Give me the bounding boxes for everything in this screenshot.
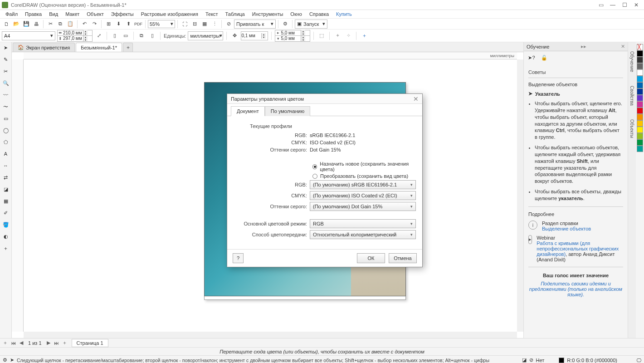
page-width-input[interactable]: ⬌▴▾ [57, 30, 93, 36]
document-palette-hint[interactable]: Перетащите сюда цвета (или объекты), что… [0, 347, 644, 355]
units-combo[interactable]: миллиметры▾ [188, 31, 223, 40]
scrollbar-horizontal[interactable] [24, 332, 517, 338]
color-swatch[interactable] [637, 108, 643, 114]
dialog-titlebar[interactable]: Параметры управления цветом ✕ [227, 94, 422, 104]
search-button[interactable]: ⊞ [104, 20, 113, 29]
fill-indicator-icon[interactable]: ◪ [522, 357, 527, 363]
tool2-button[interactable]: ✧ [344, 31, 353, 40]
snap-to-combo[interactable]: Привязать к▾ [234, 20, 276, 29]
color-swatch[interactable] [637, 114, 643, 120]
eyedropper-tool[interactable]: ✐ [1, 208, 10, 217]
rectangle-tool[interactable]: ▭ [1, 114, 10, 123]
text-tool[interactable]: A [1, 149, 10, 158]
tab-welcome[interactable]: 🏠Экран приветствия [13, 43, 75, 52]
rgb-profile-combo[interactable]: (По умолчанию) sRGB IEC61966-2.1 [310, 180, 416, 189]
close-button[interactable]: ✕ [630, 0, 642, 10]
zoom-combo[interactable]: ▾ [148, 20, 175, 28]
help-button[interactable]: ? [233, 253, 244, 263]
export-button[interactable]: ⬆ [124, 20, 133, 29]
open-button[interactable]: 📂 [12, 20, 21, 29]
sysmenu-icon[interactable]: ▭ [595, 0, 607, 10]
menu-text[interactable]: Текст [202, 10, 222, 18]
publish-pdf-button[interactable]: PDF [134, 20, 143, 29]
dup-x-input[interactable]: ▸▴▾ [275, 30, 310, 36]
docker-tab-properties[interactable]: Свойства [629, 86, 634, 106]
color-swatch[interactable] [637, 57, 643, 63]
gear-icon[interactable]: ⚙ [3, 357, 7, 363]
ruler-horizontal[interactable]: миллиметры [24, 52, 517, 59]
docker-tab-learn[interactable]: Обучение [629, 51, 634, 72]
share-link[interactable]: Поделитесь своими идеями и предложениями… [529, 281, 622, 297]
tab-document[interactable]: Документ [231, 106, 265, 116]
menu-view[interactable]: Вид [45, 10, 62, 18]
radio-assign[interactable]: Назначить новое (сохранить значения цвет… [312, 161, 416, 172]
undo-button[interactable]: ↶ [80, 20, 89, 29]
menu-window[interactable]: Окно [287, 10, 306, 18]
first-page-button[interactable]: ⏮ [10, 340, 16, 346]
paste-button[interactable]: 📋 [66, 20, 75, 29]
fullscreen-button[interactable]: ⛶ [180, 20, 189, 29]
menu-tools[interactable]: Инструменты [249, 10, 287, 18]
proof-colors-icon[interactable]: 🖵 [636, 358, 641, 363]
no-color-swatch[interactable]: ╳ [637, 44, 643, 50]
menu-help[interactable]: Справка [306, 10, 332, 18]
pick-tool[interactable]: ➤ [1, 43, 10, 52]
fill-tool[interactable]: 🪣 [1, 220, 10, 229]
help-link[interactable]: Выделение объектов [542, 226, 591, 231]
add-button[interactable]: ＋ [360, 31, 369, 40]
color-swatch[interactable] [637, 88, 643, 95]
polygon-tool[interactable]: ⬠ [1, 137, 10, 147]
parallel-dim-tool[interactable]: ↔ [1, 161, 10, 170]
auto-fit-button[interactable]: ⤢ [94, 31, 103, 40]
color-swatch[interactable] [637, 133, 643, 139]
docker-tab-objects[interactable]: Объекты [629, 119, 634, 138]
minimize-button[interactable]: — [607, 0, 619, 10]
all-pages-button[interactable]: ⧉ [137, 31, 146, 40]
options-button[interactable]: ⚙ [281, 20, 290, 29]
dialog-close-icon[interactable]: ✕ [413, 95, 419, 103]
treat-as-filled-button[interactable]: ⬚ [317, 31, 326, 40]
rendering-intent-combo[interactable]: Относительный колориметрический [310, 230, 416, 239]
color-swatch[interactable] [637, 120, 643, 127]
current-page-button[interactable]: ▯ [148, 31, 157, 40]
color-swatch[interactable] [637, 146, 643, 152]
show-grid-button[interactable]: ▦ [200, 20, 209, 29]
docker-close-icon[interactable]: ✕ [621, 44, 625, 49]
color-swatch[interactable] [637, 69, 643, 76]
color-swatch[interactable] [637, 127, 643, 133]
page-height-input[interactable]: ⬍▴▾ [57, 36, 93, 42]
learn-tab-hints[interactable]: ➤? [527, 53, 537, 63]
radio-convert[interactable]: Преобразовать (сохранить вид цвета) [312, 173, 416, 179]
prev-page-button[interactable]: ◀ [18, 340, 24, 346]
tool1-button[interactable]: ✦ [333, 31, 342, 40]
cmyk-profile-combo[interactable]: (По умолчанию) ISO Coated v2 (ECI) [310, 191, 416, 200]
save-button[interactable]: 💾 [22, 20, 31, 29]
maximize-button[interactable]: ☐ [619, 0, 630, 10]
print-button[interactable]: 🖶 [32, 20, 41, 29]
outline-tool[interactable]: ◐ [1, 232, 10, 241]
color-swatch[interactable] [637, 95, 643, 101]
freehand-tool[interactable]: 〰 [1, 90, 10, 99]
dup-y-input[interactable]: ▾▴▾ [275, 36, 310, 42]
crop-tool[interactable]: ✂ [1, 67, 10, 76]
scrollbar-vertical[interactable] [517, 59, 523, 332]
ellipse-tool[interactable]: ◯ [1, 126, 10, 135]
new-button[interactable]: 🗋 [2, 20, 11, 29]
nudge-input[interactable]: ▴▾ [241, 31, 268, 40]
import-button[interactable]: ⬇ [114, 20, 123, 29]
tab-document[interactable]: Безымянный-1* [76, 43, 122, 52]
add-page-after-button[interactable]: ＋ [62, 339, 68, 346]
last-page-button[interactable]: ⏭ [54, 340, 60, 346]
ok-button[interactable]: ОК [357, 253, 385, 263]
cancel-button[interactable]: Отмена [389, 253, 417, 263]
cut-button[interactable]: ✂ [46, 20, 55, 29]
add-tool-button[interactable]: ＋ [1, 244, 10, 253]
color-swatch[interactable] [637, 50, 643, 57]
menu-bitmaps[interactable]: Растровые изображения [137, 10, 202, 18]
menu-object[interactable]: Объект [83, 10, 107, 18]
connector-tool[interactable]: ⇄ [1, 173, 10, 182]
color-swatch[interactable] [637, 63, 643, 69]
next-page-button[interactable]: ▶ [45, 340, 52, 346]
primary-mode-combo[interactable]: RGB [310, 219, 416, 228]
landscape-button[interactable]: ▭ [121, 31, 130, 40]
